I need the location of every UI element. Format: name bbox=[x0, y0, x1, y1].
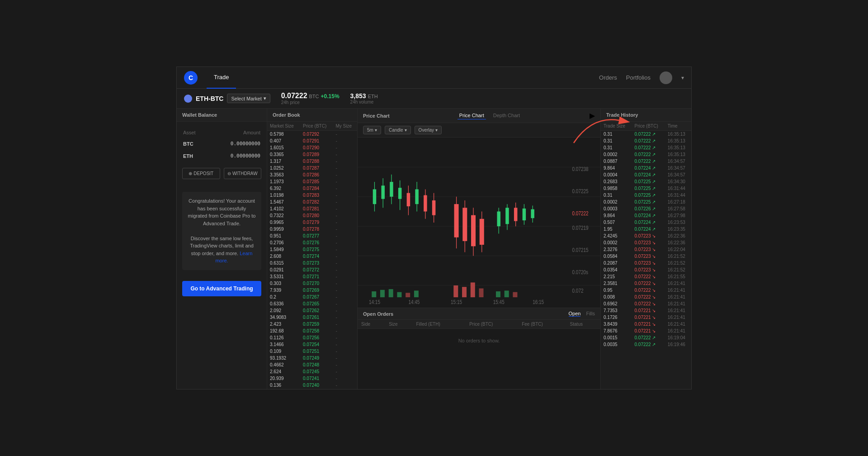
order-book-row[interactable]: 20.939 0.07241 - bbox=[267, 375, 357, 382]
order-book-row[interactable]: 1.5467 0.07282 - bbox=[267, 199, 357, 205]
svg-rect-34 bbox=[471, 215, 476, 247]
ob-price: 0.07278 bbox=[300, 226, 333, 233]
order-book-row[interactable]: 93.1932 0.07249 - bbox=[267, 355, 357, 361]
asset-table: Asset Amount BTC 0.00000000 ETH 0.000000… bbox=[182, 127, 261, 162]
svg-text:14:45: 14:45 bbox=[408, 298, 420, 305]
overlay-selector[interactable]: Overlay ▾ bbox=[415, 126, 442, 134]
order-book-row[interactable]: 0.6336 0.07265 - bbox=[267, 300, 357, 307]
svg-rect-59 bbox=[513, 292, 517, 297]
ob-market-size: 1.1973 bbox=[267, 178, 300, 185]
order-book-row[interactable]: 0.9959 0.07278 - bbox=[267, 226, 357, 233]
tab-open-orders[interactable]: Open bbox=[569, 311, 581, 317]
order-book-content[interactable]: Market Size Price (BTC) My Size 0.5798 0… bbox=[267, 122, 357, 389]
nav-orders[interactable]: Orders bbox=[599, 74, 617, 81]
svg-rect-46 bbox=[531, 209, 534, 218]
order-book-row[interactable]: 0.0291 0.07272 - bbox=[267, 266, 357, 273]
order-book-row[interactable]: 0.2 0.07267 - bbox=[267, 294, 357, 300]
order-book-row[interactable]: 34.9083 0.07261 - bbox=[267, 314, 357, 321]
ob-market-size: 2.423 bbox=[267, 321, 300, 328]
th-trade-time: 16:34:57 bbox=[665, 165, 691, 171]
order-book-row[interactable]: 0.6315 0.07273 - bbox=[267, 260, 357, 266]
svg-text:0.07238: 0.07238 bbox=[572, 165, 589, 172]
order-book-row[interactable]: 0.7322 0.07280 - bbox=[267, 212, 357, 219]
order-book-row[interactable]: 0.136 0.07240 - bbox=[267, 382, 357, 389]
timeframe-selector[interactable]: 5m ▾ bbox=[363, 126, 381, 134]
svg-rect-24 bbox=[415, 189, 418, 204]
order-book-row[interactable]: 0.3365 0.07289 - bbox=[267, 151, 357, 158]
order-book-row[interactable]: 0.109 0.07251 - bbox=[267, 348, 357, 355]
order-book-row[interactable]: 7.939 0.07269 - bbox=[267, 287, 357, 294]
tab-price-chart[interactable]: Price Chart bbox=[458, 112, 486, 119]
th-trade-price: 0.07222 ↗ bbox=[632, 138, 665, 144]
order-book-row[interactable]: 2.624 0.07245 - bbox=[267, 368, 357, 375]
th-trade-size: 0.95 bbox=[601, 287, 632, 294]
chart-panel: Price Chart Price Chart Depth Chart ▶ 5m… bbox=[358, 109, 601, 389]
order-book-row[interactable]: 1.317 0.07288 - bbox=[267, 158, 357, 165]
trade-history-row: 1.95 0.07224 ↗ 16:23:35 bbox=[601, 226, 691, 233]
order-book-row[interactable]: 0.4662 0.07248 - bbox=[267, 361, 357, 368]
order-book-header: Order Book bbox=[267, 109, 357, 122]
ob-market-size: 0.6315 bbox=[267, 260, 300, 266]
order-book-row[interactable]: 6.392 0.07284 - bbox=[267, 185, 357, 192]
order-book-row[interactable]: 0.1126 0.07256 - bbox=[267, 334, 357, 341]
market-selector: ETH-BTC Select Market ▾ bbox=[184, 94, 270, 103]
order-book-row[interactable]: 1.5849 0.07275 - bbox=[267, 246, 357, 253]
withdraw-button[interactable]: ⊖ WITHDRAW bbox=[224, 168, 262, 179]
select-market-button[interactable]: Select Market ▾ bbox=[227, 94, 270, 103]
order-book-row[interactable]: 0.303 0.07270 - bbox=[267, 280, 357, 287]
deposit-button[interactable]: ⊕ DEPOSIT bbox=[182, 168, 220, 179]
ob-my-size: - bbox=[333, 314, 357, 321]
svg-rect-50 bbox=[397, 292, 401, 297]
ob-price: 0.07285 bbox=[300, 178, 333, 185]
order-book-row[interactable]: 1.6015 0.07290 - bbox=[267, 144, 357, 151]
order-book-row[interactable]: 0.9965 0.07279 - bbox=[267, 219, 357, 226]
svg-rect-54 bbox=[462, 287, 467, 297]
ob-market-size: 1.6015 bbox=[267, 144, 300, 151]
nav-trade[interactable]: Trade bbox=[207, 67, 236, 89]
th-trade-price: 0.07225 ↗ bbox=[632, 192, 665, 199]
order-book-row[interactable]: 2.092 0.07262 - bbox=[267, 307, 357, 314]
ob-market-size: 2.624 bbox=[267, 368, 300, 375]
ob-price: 0.07288 bbox=[300, 158, 333, 165]
order-book-row[interactable]: 0.951 0.07277 - bbox=[267, 233, 357, 239]
tab-fills[interactable]: Fills bbox=[586, 311, 595, 317]
th-trade-time: 16:34:57 bbox=[665, 171, 691, 178]
nav-portfolios[interactable]: Portfolios bbox=[626, 74, 651, 81]
order-book-row[interactable]: 1.0252 0.07287 - bbox=[267, 165, 357, 171]
order-book-row[interactable]: 3.1466 0.07254 - bbox=[267, 341, 357, 348]
price-change-label: 24h price bbox=[281, 100, 340, 105]
user-menu-chevron[interactable]: ▾ bbox=[681, 75, 684, 81]
user-avatar[interactable] bbox=[660, 71, 672, 84]
th-trade-size: 0.0002 bbox=[601, 151, 632, 158]
ob-market-size: 3.1466 bbox=[267, 341, 300, 348]
th-trade-time: 16:23:53 bbox=[665, 219, 691, 226]
order-book-row[interactable]: 1.1973 0.07285 - bbox=[267, 178, 357, 185]
oo-size-header: Size bbox=[385, 320, 412, 329]
tab-depth-chart[interactable]: Depth Chart bbox=[491, 112, 522, 119]
order-book-row[interactable]: 192.68 0.07258 - bbox=[267, 328, 357, 334]
th-trade-time: 16:21:52 bbox=[665, 260, 691, 266]
order-book-row[interactable]: 3.5331 0.07271 - bbox=[267, 273, 357, 280]
order-book-row[interactable]: 0.2706 0.07276 - bbox=[267, 239, 357, 246]
th-trade-size: 7.7353 bbox=[601, 307, 632, 314]
order-book-row[interactable]: 2.608 0.07274 - bbox=[267, 253, 357, 260]
goto-advanced-trading-button[interactable]: Go to Advanced Trading bbox=[182, 281, 261, 296]
coinbase-logo[interactable]: C bbox=[184, 71, 198, 85]
last-trade-price: 0.07222 bbox=[281, 92, 307, 100]
chart-type-selector[interactable]: Candle ▾ bbox=[385, 126, 411, 134]
ob-price: 0.07275 bbox=[300, 246, 333, 253]
order-book-row[interactable]: 1.4102 0.07281 - bbox=[267, 205, 357, 212]
order-book-row[interactable]: 0.5798 0.07292 - bbox=[267, 131, 357, 138]
ob-price: 0.07256 bbox=[300, 334, 333, 341]
ob-market-size: 0.407 bbox=[267, 138, 300, 144]
ob-market-size: 1.317 bbox=[267, 158, 300, 165]
ob-market-size-header: Market Size bbox=[267, 122, 300, 131]
th-trade-price: 0.07223 ↘ bbox=[632, 239, 665, 246]
ob-my-size: - bbox=[333, 348, 357, 355]
th-trade-size: 0.0002 bbox=[601, 199, 632, 205]
order-book-row[interactable]: 3.3563 0.07286 - bbox=[267, 171, 357, 178]
order-book-row[interactable]: 2.423 0.07259 - bbox=[267, 321, 357, 328]
order-book-row[interactable]: 1.0198 0.07283 - bbox=[267, 192, 357, 199]
order-book-row[interactable]: 0.407 0.07291 - bbox=[267, 138, 357, 144]
trade-history-content[interactable]: Trade Size Price (BTC) Time 0.31 0.07222… bbox=[601, 122, 691, 389]
